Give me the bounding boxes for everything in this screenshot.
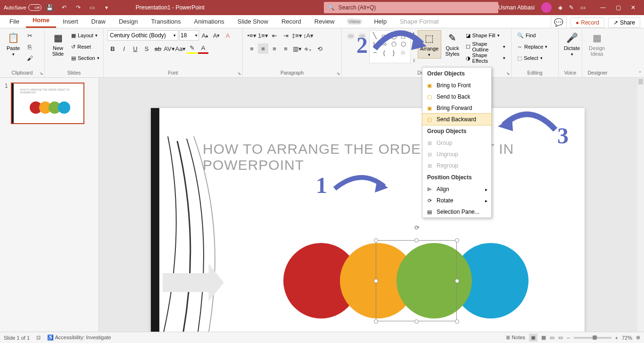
tab-animations[interactable]: Animations xyxy=(188,15,231,28)
thumb-slide-1[interactable]: HOW TO ARRANGE THE ORDER OBJECT IN POWER… xyxy=(11,83,84,124)
record-button[interactable]: ●Record xyxy=(570,17,604,28)
send-to-back[interactable]: ▢Send to Back xyxy=(422,91,491,102)
qat-more-icon[interactable]: ▾ xyxy=(101,2,112,13)
save-icon[interactable]: 💾 xyxy=(44,2,56,13)
zoom-out-icon[interactable]: − xyxy=(567,335,570,341)
list-level-icon[interactable]: ⇤ xyxy=(269,30,280,41)
handle-s[interactable] xyxy=(414,319,419,324)
notes-button[interactable]: ≣ Notes xyxy=(506,335,525,341)
avatar[interactable] xyxy=(541,2,552,13)
tab-slideshow[interactable]: Slide Show xyxy=(231,15,275,28)
slideshow-view-icon[interactable]: ▭ xyxy=(558,335,563,341)
reading-view-icon[interactable]: ▭ xyxy=(550,335,554,341)
layout-button[interactable]: ▦Layout▾ xyxy=(69,30,101,41)
list-level2-icon[interactable]: ⇥ xyxy=(281,30,291,41)
align-text-icon[interactable]: ⎆▾ xyxy=(303,43,314,54)
tab-home[interactable]: Home xyxy=(26,14,56,28)
diamond-icon[interactable]: ◈ xyxy=(558,4,562,11)
tab-insert[interactable]: Insert xyxy=(56,15,85,28)
normal-view-icon[interactable]: ▣ xyxy=(529,334,537,342)
handle-se[interactable] xyxy=(455,319,459,324)
clear-formatting-icon[interactable]: A xyxy=(223,30,233,41)
zoom-in-icon[interactable]: + xyxy=(615,335,618,341)
close-button[interactable]: ✕ xyxy=(626,1,640,14)
comments-button[interactable]: 💬 xyxy=(551,16,567,29)
underline-icon[interactable]: U xyxy=(130,43,140,54)
redo-icon[interactable]: ↷ xyxy=(73,2,84,13)
align-item[interactable]: ⊫Align▸ xyxy=(422,184,491,195)
rotate-handle-icon[interactable]: ⟳ xyxy=(414,224,421,231)
sorter-view-icon[interactable]: ▦ xyxy=(541,335,546,341)
highlight-icon[interactable]: ✎ xyxy=(187,43,197,54)
slide-canvas[interactable]: HOW TO ARRANGE THE ORDER OBJECT IN POWER… xyxy=(99,78,644,332)
text-direction-icon[interactable]: ↕A▾ xyxy=(303,30,314,41)
from-beginning-icon[interactable]: ▭ xyxy=(87,2,98,13)
align-center-icon[interactable]: ≡ xyxy=(258,43,268,54)
columns-icon[interactable]: ▥▾ xyxy=(292,43,302,54)
new-slide-button[interactable]: ▦New Slide xyxy=(49,30,67,58)
justify-icon[interactable]: ≡ xyxy=(281,43,291,54)
maximize-button[interactable]: ▢ xyxy=(611,1,625,14)
slide-counter[interactable]: Slide 1 of 1 xyxy=(4,335,30,341)
font-launcher-icon[interactable]: ⬊ xyxy=(238,71,241,76)
undo-icon[interactable]: ↶ xyxy=(58,2,70,13)
zoom-level[interactable]: 72% xyxy=(622,335,632,341)
align-left-icon[interactable]: ≡ xyxy=(247,43,257,54)
copy-icon[interactable]: ⎘ xyxy=(25,42,35,52)
spellcheck-icon[interactable]: ⊡ xyxy=(36,335,41,341)
select-button[interactable]: ⬚Select▾ xyxy=(515,53,549,63)
design-ideas-button[interactable]: ▦Design Ideas xyxy=(586,30,608,58)
quick-styles-button[interactable]: ✎Quick Styles xyxy=(443,30,462,58)
tab-transitions[interactable]: Transitions xyxy=(144,15,187,28)
tab-design[interactable]: Design xyxy=(112,15,144,28)
dictate-button[interactable]: 🎤Dictate▾ xyxy=(562,30,581,58)
shape-placeholder-icon[interactable]: ▭ xyxy=(346,30,356,41)
vertical-scrollbar[interactable] xyxy=(637,78,644,332)
zoom-slider[interactable] xyxy=(574,337,611,339)
autosave-toggle[interactable]: AutoSave Off xyxy=(4,4,41,11)
italic-icon[interactable]: I xyxy=(119,43,129,54)
font-family-select[interactable]: Century Gothic (Body)▾ xyxy=(107,30,178,41)
cut-icon[interactable]: ✂ xyxy=(25,30,35,41)
handle-w[interactable] xyxy=(374,279,378,283)
bold-icon[interactable]: B xyxy=(107,43,118,54)
bullets-icon[interactable]: •≡▾ xyxy=(247,30,257,41)
smartart-icon[interactable]: ⟲ xyxy=(314,43,325,54)
char-spacing-icon[interactable]: AV▾ xyxy=(164,43,174,54)
selection-pane-item[interactable]: ▤Selection Pane... xyxy=(422,206,491,218)
numbering-icon[interactable]: 1≡▾ xyxy=(258,30,268,41)
paste-button[interactable]: 📋Paste▾ xyxy=(4,30,23,58)
format-painter-icon[interactable]: 🖌 xyxy=(25,53,35,63)
handle-nw[interactable] xyxy=(374,238,378,243)
change-case-icon[interactable]: Aa▾ xyxy=(175,43,186,54)
handle-ne[interactable] xyxy=(455,238,459,243)
rotate-item[interactable]: ⟳Rotate▸ xyxy=(422,195,491,206)
tab-view[interactable]: View xyxy=(341,15,367,28)
bring-forward[interactable]: ▣Bring Forward xyxy=(422,102,491,114)
decrease-font-icon[interactable]: A▾ xyxy=(211,30,222,41)
font-size-select[interactable]: 18▾ xyxy=(179,30,199,41)
ribbon-display-icon[interactable]: ▭ xyxy=(580,4,586,11)
clipboard-launcher-icon[interactable]: ⬊ xyxy=(40,71,43,76)
shape-effects-button[interactable]: ◑Shape Effects▾ xyxy=(464,53,507,63)
increase-font-icon[interactable]: A▴ xyxy=(200,30,210,41)
handle-sw[interactable] xyxy=(374,319,378,324)
replace-button[interactable]: ↔Replace▾ xyxy=(515,42,549,52)
shape-fill-button[interactable]: ◪Shape Fill▾ xyxy=(464,30,507,41)
search-box[interactable]: 🔍 Search (Alt+Q) xyxy=(324,2,498,13)
send-backward[interactable]: ▢Send Backward xyxy=(422,113,492,125)
tab-draw[interactable]: Draw xyxy=(85,15,112,28)
align-right-icon[interactable]: ≡ xyxy=(269,43,280,54)
bring-to-front[interactable]: ▣Bring to Front xyxy=(422,80,491,91)
tab-file[interactable]: File xyxy=(3,15,26,28)
accessibility-status[interactable]: ♿ Accessibility: Investigate xyxy=(47,335,111,341)
reset-button[interactable]: ↺Reset xyxy=(69,42,101,52)
paragraph-launcher-icon[interactable]: ⬊ xyxy=(337,71,340,76)
strike-icon[interactable]: ab xyxy=(153,43,163,54)
collapse-ribbon-icon[interactable]: ⌃ xyxy=(638,70,642,76)
tab-record[interactable]: Record xyxy=(275,15,308,28)
font-color-icon[interactable]: A xyxy=(198,43,208,54)
line-spacing-icon[interactable]: ‡≡▾ xyxy=(292,30,302,41)
shadow-icon[interactable]: S xyxy=(141,43,152,54)
user-name[interactable]: Usman Abbasi xyxy=(498,4,535,11)
